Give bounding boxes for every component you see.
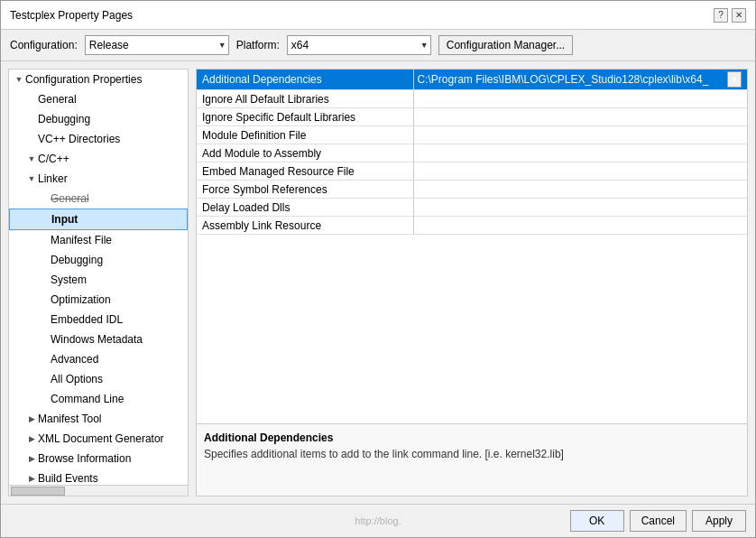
- prop-label-ignore-specific: Ignore Specific Default Libraries: [197, 108, 413, 126]
- prop-value-text-add-dep: C:\Program Files\IBM\LOG\CPLEX_Studio128…: [418, 73, 728, 86]
- tree-label-linker-input: Input: [51, 211, 78, 227]
- tree-label-browse-info: Browse Information: [38, 450, 131, 467]
- prop-value-force-symbol: [413, 181, 747, 199]
- tree-label-windows-metadata: Windows Metadata: [51, 331, 143, 348]
- tree-item-debugging[interactable]: Debugging: [9, 109, 188, 129]
- right-panel: Additional Dependencies C:\Program Files…: [196, 69, 748, 496]
- tree-item-cpp[interactable]: ▼ C/C++: [9, 149, 188, 169]
- prop-row-ignore-all[interactable]: Ignore All Default Libraries: [197, 90, 747, 108]
- left-panel-wrapper: ▼ Configuration Properties General: [8, 69, 189, 496]
- watermark-text: http://blog.: [355, 515, 401, 526]
- expander-browse-info: ▶: [25, 452, 38, 465]
- expander-windows-metadata: [38, 333, 51, 346]
- prop-row-force-symbol[interactable]: Force Symbol References: [197, 181, 747, 199]
- prop-desc-title: Additional Dependencies: [204, 431, 740, 444]
- expander-manifest-tool: ▶: [25, 413, 38, 425]
- expander-optimization: [38, 293, 51, 306]
- platform-select[interactable]: x64 x86: [287, 35, 431, 55]
- tree-label-embedded-idl: Embedded IDL: [51, 311, 123, 328]
- tree-item-linker-input[interactable]: Input: [9, 209, 188, 230]
- prop-row-embed-managed[interactable]: Embed Managed Resource File: [197, 162, 747, 181]
- tree-item-all-options[interactable]: All Options: [9, 369, 188, 389]
- left-hscrollbar[interactable]: [9, 485, 188, 496]
- prop-value-assembly-link: [413, 217, 747, 235]
- expander-system: [38, 274, 51, 286]
- prop-label-embed-managed: Embed Managed Resource File: [197, 162, 413, 181]
- platform-label: Platform:: [236, 39, 280, 51]
- tree-item-manifest-tool[interactable]: ▶ Manifest Tool: [9, 409, 188, 429]
- prop-label-delay-loaded: Delay Loaded Dlls: [197, 199, 413, 217]
- prop-desc-text: Specifies additional items to add to the…: [204, 448, 740, 460]
- tree-item-build-events[interactable]: ▶ Build Events: [9, 468, 188, 485]
- close-button[interactable]: ✕: [732, 8, 746, 23]
- title-bar: Testcplex Property Pages ? ✕: [1, 1, 755, 30]
- left-tree: ▼ Configuration Properties General: [9, 70, 188, 485]
- tree-item-embedded-idl[interactable]: Embedded IDL: [9, 310, 188, 329]
- prop-value-add-module: [413, 144, 747, 162]
- tree-label-all-options: All Options: [51, 371, 103, 387]
- title-controls: ? ✕: [714, 8, 746, 23]
- prop-row-add-module[interactable]: Add Module to Assembly: [197, 144, 747, 162]
- prop-row-assembly-link[interactable]: Assembly Link Resource: [197, 217, 747, 235]
- tree-label-manifest-tool: Manifest Tool: [38, 411, 101, 427]
- expander-all-options: [38, 373, 51, 385]
- tree-item-config-props[interactable]: ▼ Configuration Properties: [9, 70, 188, 89]
- tree-label-linker: Linker: [38, 171, 68, 187]
- expander-linker-general: [38, 192, 51, 205]
- tree-item-manifest-file[interactable]: Manifest File: [9, 230, 188, 250]
- property-description-area: Additional Dependencies Specifies additi…: [197, 423, 747, 496]
- prop-label-add-dep: Additional Dependencies: [197, 70, 413, 90]
- tree-item-optimization[interactable]: Optimization: [9, 290, 188, 310]
- help-button[interactable]: ?: [714, 8, 728, 23]
- tree-item-xml-doc[interactable]: ▶ XML Document Generator: [9, 429, 188, 449]
- tree-item-advanced[interactable]: Advanced: [9, 349, 188, 369]
- prop-value-module-def: [413, 126, 747, 144]
- tree-label-linker-debug: Debugging: [51, 252, 103, 268]
- expander-manifest-file: [38, 234, 51, 246]
- prop-row-add-dep[interactable]: Additional Dependencies C:\Program Files…: [197, 70, 747, 90]
- tree-label-system: System: [51, 272, 87, 288]
- tree-item-linker-general[interactable]: General: [9, 189, 188, 209]
- left-hscrollbar-thumb[interactable]: [11, 487, 65, 496]
- tree-label-general: General: [38, 91, 77, 107]
- tree-item-windows-metadata[interactable]: Windows Metadata: [9, 329, 188, 349]
- prop-dropdown-btn-add-dep[interactable]: ▼: [727, 71, 742, 88]
- tree-item-general[interactable]: General: [9, 89, 188, 109]
- config-manager-button[interactable]: Configuration Manager...: [438, 35, 573, 55]
- expander-xml-doc: ▶: [25, 432, 38, 445]
- prop-value-embed-managed: [413, 162, 747, 181]
- config-bar: Configuration: Release Debug ▼ Platform:…: [1, 30, 755, 61]
- prop-row-module-def[interactable]: Module Definition File: [197, 126, 747, 144]
- tree-label-debugging: Debugging: [38, 111, 90, 127]
- footer: http://blog. OK Cancel Apply: [1, 504, 755, 537]
- dialog-title: Testcplex Property Pages: [10, 9, 133, 22]
- cancel-button[interactable]: Cancel: [630, 510, 687, 532]
- tree-label-cpp: C/C++: [38, 151, 69, 167]
- tree-item-command-line[interactable]: Command Line: [9, 389, 188, 409]
- tree-label-command-line: Command Line: [51, 391, 124, 407]
- tree-label-linker-general: General: [51, 190, 89, 207]
- expander-linker-input: [39, 213, 51, 226]
- tree-item-linker-debug[interactable]: Debugging: [9, 250, 188, 270]
- expander-debugging: [25, 113, 38, 125]
- tree-label-advanced: Advanced: [51, 351, 98, 367]
- tree-item-system[interactable]: System: [9, 270, 188, 290]
- tree-label-optimization: Optimization: [51, 292, 111, 308]
- apply-button[interactable]: Apply: [692, 510, 746, 532]
- expander-cpp: ▼: [25, 153, 38, 165]
- prop-label-ignore-all: Ignore All Default Libraries: [197, 90, 413, 108]
- tree-item-vc-dirs[interactable]: VC++ Directories: [9, 129, 188, 149]
- config-label: Configuration:: [10, 39, 78, 51]
- config-select[interactable]: Release Debug: [85, 35, 229, 55]
- prop-value-ignore-specific: [413, 108, 747, 126]
- tree-item-browse-info[interactable]: ▶ Browse Information: [9, 449, 188, 468]
- expander-advanced: [38, 353, 51, 366]
- ok-button[interactable]: OK: [570, 510, 624, 532]
- main-content: ▼ Configuration Properties General: [1, 61, 755, 504]
- prop-row-delay-loaded[interactable]: Delay Loaded Dlls: [197, 199, 747, 217]
- prop-row-ignore-specific[interactable]: Ignore Specific Default Libraries: [197, 108, 747, 126]
- tree-item-linker[interactable]: ▼ Linker: [9, 169, 188, 189]
- expander-vc-dirs: [25, 133, 38, 145]
- prop-value-add-dep[interactable]: C:\Program Files\IBM\LOG\CPLEX_Studio128…: [413, 70, 747, 90]
- tree-label-config-props: Configuration Properties: [25, 71, 142, 88]
